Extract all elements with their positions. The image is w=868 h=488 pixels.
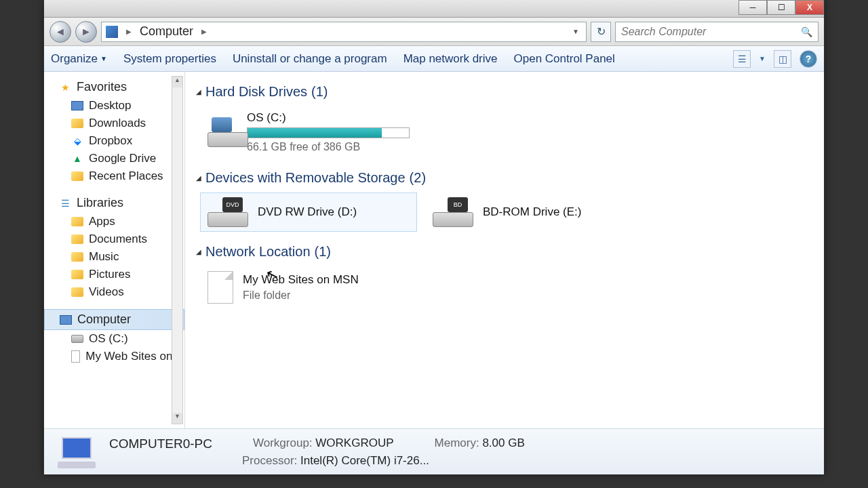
folder-icon — [71, 217, 83, 226]
section-title: Devices with Removable Storage — [205, 170, 406, 186]
sidebar-item-apps[interactable]: Apps — [44, 213, 184, 230]
chevron-right-icon[interactable]: ▶ — [199, 28, 210, 35]
organize-label: Organize — [51, 52, 98, 66]
sidebar-item-dropbox[interactable]: ⬙ Dropbox — [44, 132, 184, 150]
computer-name: COMPUTER0-PC — [109, 436, 212, 451]
computer-label: Computer — [77, 312, 131, 327]
network-location-msn[interactable]: My Web Sites on MSN File folder — [200, 266, 417, 308]
drive-free-space: 66.1 GB free of 386 GB — [247, 141, 410, 153]
drive-dvd-rw-d[interactable]: DVD DVD RW Drive (D:) — [200, 192, 417, 232]
chevron-down-icon[interactable]: ▼ — [759, 55, 766, 62]
dropbox-icon: ⬙ — [71, 135, 83, 147]
section-count: (1) — [315, 244, 331, 260]
sidebar-item-desktop[interactable]: Desktop — [44, 97, 184, 115]
favorites-header[interactable]: ★ Favorites — [44, 77, 184, 97]
processor-value: Intel(R) Core(TM) i7-26... — [300, 454, 429, 467]
map-network-drive-button[interactable]: Map network drive — [403, 52, 498, 66]
sidebar-item-downloads[interactable]: Downloads — [44, 115, 184, 132]
sidebar-item-label: My Web Sites on M — [85, 350, 179, 363]
search-icon[interactable]: 🔍 — [801, 26, 812, 37]
workgroup-label: Workgroup: — [253, 436, 313, 449]
chevron-down-icon: ▼ — [100, 55, 107, 62]
collapse-icon: ◢ — [196, 248, 201, 256]
folder-icon — [71, 235, 83, 244]
close-button[interactable]: X — [795, 0, 824, 15]
sidebar-item-documents[interactable]: Documents — [44, 230, 184, 248]
address-dropdown[interactable]: ▼ — [570, 28, 582, 35]
sidebar-item-pictures[interactable]: Pictures — [44, 266, 184, 283]
drive-bd-rom-e[interactable]: BD BD-ROM Drive (E:) — [425, 192, 642, 232]
computer-header[interactable]: Computer — [44, 309, 184, 330]
breadcrumb-computer[interactable]: Computer — [140, 24, 193, 39]
minimize-button[interactable]: ─ — [738, 0, 767, 15]
folder-icon — [71, 270, 83, 279]
hard-disk-icon — [208, 117, 237, 147]
sidebar-item-videos[interactable]: Videos — [44, 283, 184, 301]
sidebar-item-label: Pictures — [89, 268, 130, 281]
sidebar-item-recent-places[interactable]: Recent Places — [44, 167, 184, 185]
memory-label: Memory: — [435, 436, 479, 449]
navigation-pane: ★ Favorites Desktop Downloads ⬙ Dropbox … — [44, 72, 185, 428]
chevron-right-icon[interactable]: ▶ — [123, 28, 134, 35]
sidebar-item-label: Recent Places — [89, 169, 163, 183]
forward-button[interactable]: ► — [75, 21, 97, 43]
google-drive-icon: ▲ — [71, 152, 83, 165]
help-button[interactable]: ? — [800, 50, 817, 68]
collapse-icon: ◢ — [196, 88, 201, 96]
sidebar-item-label: Apps — [89, 215, 115, 228]
sidebar-item-music[interactable]: Music — [44, 248, 184, 266]
workgroup-value: WORKGROUP — [315, 436, 393, 449]
maximize-button[interactable]: ☐ — [767, 0, 795, 15]
section-removable-storage[interactable]: ◢ Devices with Removable Storage (2) — [196, 170, 813, 186]
search-box[interactable]: 🔍 — [615, 22, 818, 42]
drive-name: BD-ROM Drive (E:) — [483, 205, 581, 219]
sidebar-item-label: Desktop — [89, 99, 131, 113]
item-name: My Web Sites on MSN — [243, 273, 359, 287]
scroll-down-icon[interactable]: ▼ — [172, 413, 182, 424]
sidebar-item-google-drive[interactable]: ▲ Google Drive — [44, 150, 184, 167]
back-button[interactable]: ◄ — [50, 21, 71, 43]
sidebar-item-label: Videos — [89, 285, 124, 299]
drive-name: OS (C:) — [247, 111, 410, 125]
processor-label: Processor: — [242, 454, 297, 467]
sidebar-item-label: Documents — [89, 232, 147, 246]
open-control-panel-button[interactable]: Open Control Panel — [514, 52, 615, 66]
computer-icon — [106, 26, 118, 38]
sidebar-scrollbar[interactable]: ▲ ▼ — [172, 76, 183, 424]
change-view-button[interactable]: ☰ — [733, 50, 751, 68]
search-input[interactable] — [621, 26, 797, 38]
details-pane: COMPUTER0-PC Workgroup: WORKGROUP Memory… — [44, 428, 824, 474]
address-bar: ◄ ► ▶ Computer ▶ ▼ ↻ 🔍 — [44, 18, 824, 46]
sidebar-item-label: Downloads — [89, 117, 146, 130]
libraries-header[interactable]: ☰ Libraries — [44, 193, 184, 213]
collapse-icon: ◢ — [196, 174, 201, 182]
uninstall-program-button[interactable]: Uninstall or change a program — [233, 52, 387, 66]
disk-icon — [71, 335, 83, 343]
computer-icon — [60, 315, 72, 325]
section-count: (2) — [410, 170, 426, 186]
sidebar-item-my-web-sites[interactable]: My Web Sites on M — [44, 348, 184, 365]
explorer-window: ─ ☐ X ◄ ► ▶ Computer ▶ ▼ ↻ 🔍 Organize ▼ … — [43, 0, 825, 474]
folder-icon — [71, 287, 83, 297]
item-type: File folder — [243, 289, 359, 302]
drive-os-c[interactable]: OS (C:) 66.1 GB free of 386 GB — [200, 106, 417, 158]
content-pane: ◢ Hard Disk Drives (1) OS (C:) 66.1 GB f… — [185, 72, 824, 428]
refresh-button[interactable]: ↻ — [591, 22, 611, 42]
preview-pane-button[interactable]: ◫ — [774, 50, 791, 68]
explorer-body: ★ Favorites Desktop Downloads ⬙ Dropbox … — [44, 72, 824, 428]
memory-value: 8.00 GB — [482, 436, 524, 449]
drive-name: DVD RW Drive (D:) — [258, 205, 357, 219]
file-icon — [71, 350, 80, 363]
section-network-location[interactable]: ◢ Network Location (1) — [196, 244, 813, 260]
sidebar-item-label: Music — [89, 250, 119, 264]
command-bar: Organize ▼ System properties Uninstall o… — [44, 46, 824, 72]
favorites-label: Favorites — [77, 80, 127, 94]
dvd-badge: DVD — [222, 197, 243, 212]
sidebar-item-os-c[interactable]: OS (C:) — [44, 330, 184, 348]
scroll-up-icon[interactable]: ▲ — [172, 77, 182, 87]
system-properties-button[interactable]: System properties — [123, 52, 216, 66]
organize-menu[interactable]: Organize ▼ — [51, 52, 107, 66]
section-title: Network Location — [205, 244, 311, 260]
section-hard-disk-drives[interactable]: ◢ Hard Disk Drives (1) — [196, 84, 813, 100]
breadcrumb-box[interactable]: ▶ Computer ▶ ▼ — [101, 22, 587, 42]
